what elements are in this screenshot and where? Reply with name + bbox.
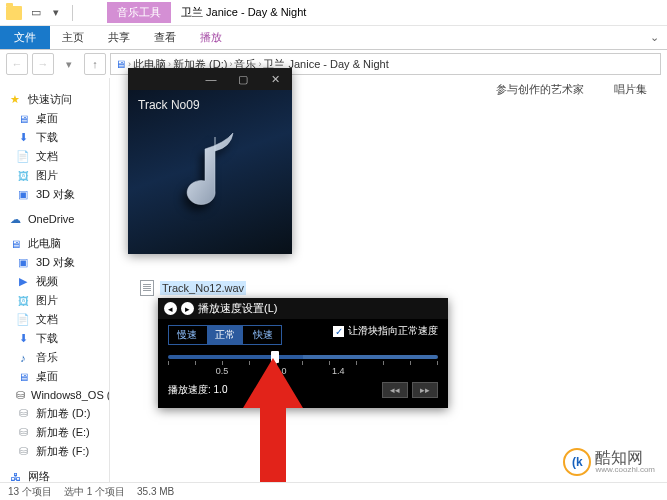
player-minimize-button[interactable]: —: [196, 70, 226, 88]
nav-back-button[interactable]: ←: [6, 53, 28, 75]
nav-pc-desktop[interactable]: 🖥桌面: [0, 367, 109, 386]
next-track-button[interactable]: ▸▸: [412, 382, 438, 398]
picture-icon: 🖼: [16, 294, 30, 308]
speed-presets: 慢速 正常 快速: [168, 325, 282, 345]
star-icon: ★: [8, 93, 22, 107]
tab-play[interactable]: 播放: [188, 26, 234, 49]
network-icon: 🖧: [8, 470, 22, 483]
nav-recent-button[interactable]: ▾: [58, 53, 80, 75]
prev-setting-icon[interactable]: ◂: [164, 302, 177, 315]
separator: [72, 5, 73, 21]
speed-dialog-title: 播放速度设置(L): [198, 301, 277, 316]
speed-readout: 播放速度: 1.0: [168, 383, 227, 397]
nav-pc-pictures[interactable]: 🖼图片: [0, 291, 109, 310]
cube-icon: ▣: [16, 188, 30, 202]
track-title: Track No09: [138, 98, 200, 112]
file-icon: [140, 280, 154, 296]
picture-icon: 🖼: [16, 169, 30, 183]
drive-icon: ⛁: [16, 445, 30, 459]
speed-slider[interactable]: 0.5 1.0 1.4: [168, 355, 438, 376]
player-close-button[interactable]: ✕: [260, 70, 290, 88]
next-setting-icon[interactable]: ▸: [181, 302, 194, 315]
slider-thumb[interactable]: [271, 351, 279, 363]
preset-slow[interactable]: 慢速: [169, 326, 205, 344]
nav-pc-music[interactable]: ♪音乐: [0, 348, 109, 367]
qat-properties[interactable]: ▭: [28, 5, 44, 21]
status-selected: 选中 1 个项目: [64, 485, 125, 499]
address-bar: ← → ▾ ↑ 🖥› 此电脑› 新加卷 (D:)› 音乐› 卫兰 Janice …: [0, 50, 667, 78]
nav-forward-button[interactable]: →: [32, 53, 54, 75]
album-art: Track No09: [128, 90, 292, 254]
drive-icon: ⛁: [16, 407, 30, 421]
watermark: (k 酷知网 www.coozhi.com: [563, 448, 655, 476]
file-list-area: 参与创作的艺术家 唱片集 Track_No12.wav — ▢ ✕ Track …: [110, 78, 667, 482]
nav-pc-drive-c[interactable]: ⛁Windows8_OS (: [0, 386, 109, 404]
nav-pc-docs[interactable]: 📄文档: [0, 310, 109, 329]
ribbon-tabs: 文件 主页 共享 查看 播放 ⌄: [0, 26, 667, 50]
qat-new[interactable]: ▾: [48, 5, 64, 21]
nav-downloads[interactable]: ⬇下载: [0, 128, 109, 147]
ribbon-expand-icon[interactable]: ⌄: [650, 31, 659, 44]
speed-dialog-header[interactable]: ◂ ▸ 播放速度设置(L): [158, 298, 448, 319]
nav-pictures[interactable]: 🖼图片: [0, 166, 109, 185]
watermark-logo: (k: [563, 448, 591, 476]
nav-documents[interactable]: 📄文档: [0, 147, 109, 166]
window-titlebar: ▭ ▾ 音乐工具 卫兰 Janice - Day & Night: [0, 0, 667, 26]
this-pc-group[interactable]: 🖥此电脑: [0, 234, 109, 253]
file-name: Track_No12.wav: [160, 281, 246, 295]
pc-icon: 🖥: [8, 237, 22, 251]
desktop-icon: 🖥: [16, 370, 30, 384]
nav-pc-3d[interactable]: ▣3D 对象: [0, 253, 109, 272]
status-item-count: 13 个项目: [8, 485, 52, 499]
nav-pc-drive-f[interactable]: ⛁新加卷 (F:): [0, 442, 109, 461]
video-icon: ▶: [16, 275, 30, 289]
download-icon: ⬇: [16, 131, 30, 145]
cube-icon: ▣: [16, 256, 30, 270]
col-artist: 参与创作的艺术家: [496, 82, 584, 97]
snap-checkbox-row[interactable]: ✓ 让滑块指向正常速度: [333, 324, 438, 338]
player-maximize-button[interactable]: ▢: [228, 70, 258, 88]
desktop-icon: 🖥: [16, 112, 30, 126]
tab-view[interactable]: 查看: [142, 26, 188, 49]
music-note-icon: [175, 129, 245, 221]
nav-desktop[interactable]: 🖥桌面: [0, 109, 109, 128]
nav-pc-video[interactable]: ▶视频: [0, 272, 109, 291]
preset-fast[interactable]: 快速: [245, 326, 281, 344]
main-area: ★快速访问 🖥桌面 ⬇下载 📄文档 🖼图片 ▣3D 对象 ☁OneDrive 🖥…: [0, 78, 667, 482]
nav-pc-drive-e[interactable]: ⛁新加卷 (E:): [0, 423, 109, 442]
nav-pc-drive-d[interactable]: ⛁新加卷 (D:): [0, 404, 109, 423]
nav-3d[interactable]: ▣3D 对象: [0, 185, 109, 204]
playback-speed-dialog[interactable]: ◂ ▸ 播放速度设置(L) 慢速 正常 快速 ✓ 让滑块指向正常速度: [158, 298, 448, 408]
nav-up-button[interactable]: ↑: [84, 53, 106, 75]
document-icon: 📄: [16, 313, 30, 327]
list-item[interactable]: Track_No12.wav: [140, 280, 246, 296]
media-player-window[interactable]: — ▢ ✕ Track No09: [128, 68, 292, 254]
download-icon: ⬇: [16, 332, 30, 346]
navigation-pane: ★快速访问 🖥桌面 ⬇下载 📄文档 🖼图片 ▣3D 对象 ☁OneDrive 🖥…: [0, 78, 110, 482]
drive-icon: ⛁: [16, 388, 25, 402]
file-tab[interactable]: 文件: [0, 26, 50, 49]
watermark-cn: 酷知网: [595, 450, 655, 466]
cloud-icon: ☁: [8, 212, 22, 226]
player-titlebar[interactable]: — ▢ ✕: [128, 68, 292, 90]
checkbox-label: 让滑块指向正常速度: [348, 324, 438, 338]
network-group[interactable]: 🖧网络: [0, 467, 109, 482]
checkbox-icon[interactable]: ✓: [333, 326, 344, 337]
ribbon-context-label: 音乐工具: [107, 2, 171, 23]
folder-icon: [6, 6, 22, 20]
watermark-en: www.coozhi.com: [595, 466, 655, 474]
nav-pc-downloads[interactable]: ⬇下载: [0, 329, 109, 348]
onedrive-group[interactable]: ☁OneDrive: [0, 210, 109, 228]
drive-icon: ⛁: [16, 426, 30, 440]
preset-normal[interactable]: 正常: [207, 326, 243, 344]
tab-home[interactable]: 主页: [50, 26, 96, 49]
column-headers[interactable]: 参与创作的艺术家 唱片集: [476, 78, 667, 101]
tab-share[interactable]: 共享: [96, 26, 142, 49]
window-title: 卫兰 Janice - Day & Night: [181, 5, 306, 20]
status-bar: 13 个项目 选中 1 个项目 35.3 MB: [0, 482, 667, 500]
quick-access-group[interactable]: ★快速访问: [0, 90, 109, 109]
status-size: 35.3 MB: [137, 486, 174, 497]
prev-track-button[interactable]: ◂◂: [382, 382, 408, 398]
document-icon: 📄: [16, 150, 30, 164]
music-icon: ♪: [16, 351, 30, 365]
